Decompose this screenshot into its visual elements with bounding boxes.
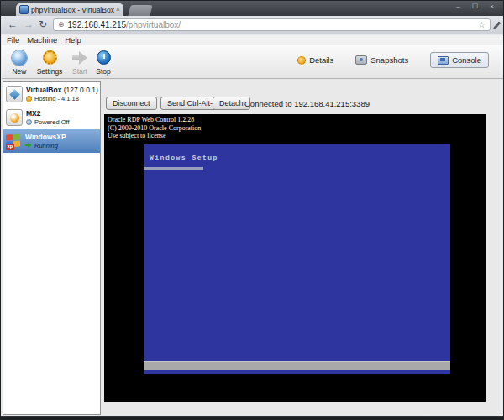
url-path: /phpvirtualbox/ bbox=[126, 20, 181, 29]
vm-name: VirtualBox (127.0.0.1) bbox=[26, 86, 98, 94]
browser-window: phpVirtualBox - VirtualBox × – ☐ × ← → ↻… bbox=[0, 0, 504, 420]
menu-machine[interactable]: Machine bbox=[27, 35, 57, 45]
vm-status: Running bbox=[25, 142, 66, 150]
window-controls: – ☐ × bbox=[452, 2, 498, 12]
snapshots-label: Snapshots bbox=[370, 55, 408, 65]
app-toolbar: New Settings Start Stop Details Snapshot… bbox=[2, 45, 504, 79]
windows-setup-title: Windows Setup bbox=[150, 154, 218, 161]
console-tab-selected[interactable]: Console bbox=[430, 52, 489, 68]
back-button[interactable]: ← bbox=[8, 18, 18, 31]
vm-name: WindowsXP bbox=[25, 133, 66, 141]
disconnect-button[interactable]: Disconnect bbox=[106, 97, 157, 110]
new-vm-button[interactable]: New bbox=[5, 48, 34, 76]
rdp-license-text: Oracle RDP Web Control 1.2.28 (C) 2009-2… bbox=[108, 116, 201, 140]
setup-status-bar bbox=[144, 361, 450, 370]
vm-status: Powered Off bbox=[26, 118, 70, 126]
running-arrow-icon bbox=[25, 143, 32, 148]
snapshots-camera-icon bbox=[355, 55, 367, 65]
vm-list-sidebar: VirtualBox (127.0.0.1) Hosting - 4.1.18 … bbox=[3, 81, 101, 415]
url-host: 192.168.41.215 bbox=[68, 20, 127, 29]
virtualbox-cube-icon bbox=[6, 86, 23, 102]
rdp-line: (C) 2009-2010 Oracle Corporation bbox=[108, 124, 201, 133]
rdp-console-viewport[interactable]: Oracle RDP Web Control 1.2.28 (C) 2009-2… bbox=[104, 114, 486, 402]
snapshots-tab[interactable]: Snapshots bbox=[355, 55, 408, 65]
details-label: Details bbox=[309, 55, 333, 65]
bookmark-star-icon[interactable]: ☆ bbox=[478, 21, 486, 29]
tab-close-icon[interactable]: × bbox=[116, 6, 120, 13]
reload-button[interactable]: ↻ bbox=[39, 18, 47, 31]
start-arrow-icon bbox=[72, 51, 87, 65]
vm-name: MX2 bbox=[26, 109, 70, 118]
new-vm-icon bbox=[12, 50, 27, 66]
start-button-disabled: Start bbox=[67, 48, 92, 76]
tab-title: phpVirtualBox - VirtualBox bbox=[31, 6, 114, 14]
menu-file[interactable]: File bbox=[7, 35, 19, 45]
window-bottom-frame bbox=[1, 416, 503, 419]
app-menubar: File Machine Help bbox=[2, 35, 504, 45]
rdp-line: Use subject to license bbox=[108, 132, 201, 140]
console-monitor-icon bbox=[438, 56, 449, 65]
vm-row-mx2[interactable]: MX2 Powered Off bbox=[3, 106, 100, 129]
wrench-menu-icon[interactable] bbox=[493, 21, 501, 29]
stop-power-icon bbox=[97, 50, 111, 65]
stop-label: Stop bbox=[91, 67, 116, 76]
start-label: Start bbox=[67, 67, 92, 76]
new-vm-label: New bbox=[5, 67, 34, 76]
url-bar[interactable]: ⊕ 192.168.41.215 /phpvirtualbox/ ☆ bbox=[53, 18, 491, 31]
phpvirtualbox-favicon-icon bbox=[19, 5, 29, 14]
vm-host-address: (127.0.0.1) bbox=[61, 86, 97, 94]
maximize-button[interactable]: ☐ bbox=[469, 2, 481, 12]
site-globe-icon: ⊕ bbox=[58, 21, 65, 29]
close-button[interactable]: × bbox=[486, 2, 498, 12]
hosting-gear-icon bbox=[26, 96, 32, 102]
browser-titlebar: phpVirtualBox - VirtualBox × – ☐ × bbox=[1, 1, 503, 16]
guest-screen-windows-setup[interactable]: Windows Setup bbox=[144, 144, 450, 374]
browser-navbar: ← → ↻ ⊕ 192.168.41.215 /phpvirtualbox/ ☆ bbox=[1, 16, 503, 34]
console-label: Console bbox=[452, 55, 481, 65]
vm-row-windowsxp-selected[interactable]: xp WindowsXP Running bbox=[3, 129, 100, 153]
rdp-line: Oracle RDP Web Control 1.2.28 bbox=[108, 116, 201, 124]
browser-tab[interactable]: phpVirtualBox - VirtualBox × bbox=[16, 3, 123, 16]
stop-button[interactable]: Stop bbox=[91, 48, 116, 76]
windows-xp-flag-icon: xp bbox=[6, 134, 22, 149]
connection-status-text: Connected to 192.168.41.215:3389 bbox=[244, 99, 370, 108]
new-tab-button[interactable] bbox=[128, 5, 152, 16]
settings-button[interactable]: Settings bbox=[32, 48, 67, 76]
powered-off-icon bbox=[26, 119, 32, 125]
mx2-os-icon bbox=[6, 109, 23, 126]
vm-row-virtualbox-host[interactable]: VirtualBox (127.0.0.1) Hosting - 4.1.18 bbox=[3, 82, 100, 106]
vm-status: Hosting - 4.1.18 bbox=[26, 95, 98, 102]
view-switcher: Details Snapshots Console bbox=[297, 52, 489, 68]
details-gear-icon bbox=[297, 56, 306, 65]
forward-button[interactable]: → bbox=[24, 18, 34, 31]
setup-title-underline bbox=[144, 167, 203, 170]
minimize-button[interactable]: – bbox=[452, 2, 465, 12]
details-tab[interactable]: Details bbox=[297, 55, 333, 65]
menu-help[interactable]: Help bbox=[65, 35, 81, 45]
settings-gear-icon bbox=[43, 50, 57, 65]
settings-label: Settings bbox=[32, 67, 67, 76]
